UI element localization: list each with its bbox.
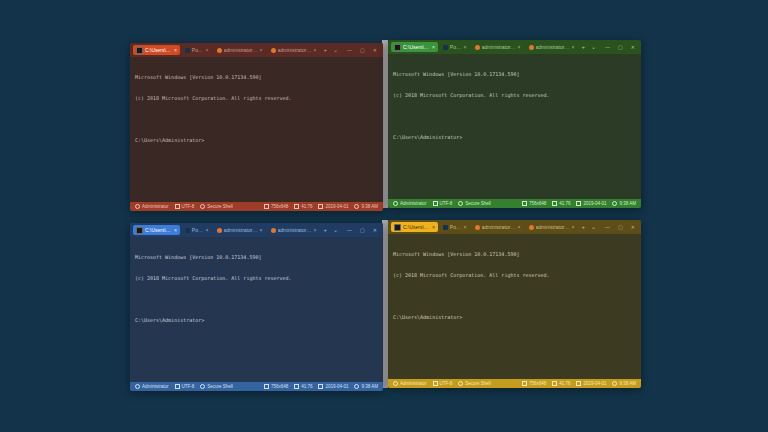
output-line: Microsoft Windows [Version 10.0.17134.59… [393, 251, 636, 258]
tab-command-prompt[interactable]: C:\Users\Administrator × [391, 222, 438, 232]
tab-ssh-2[interactable]: administrator@192.168.1.3 × [268, 225, 320, 235]
maximize-button[interactable]: ▢ [357, 223, 368, 237]
encoding-icon [175, 384, 180, 389]
tab-close-icon[interactable]: × [432, 222, 435, 232]
new-tab-button[interactable]: + [580, 40, 588, 54]
terminal-output[interactable]: Microsoft Windows [Version 10.0.17134.59… [388, 234, 641, 379]
tab-powershell[interactable]: PowerShell × [182, 225, 212, 235]
tab-close-icon[interactable]: × [206, 45, 209, 55]
tab-close-icon[interactable]: × [464, 222, 467, 232]
tab-label: administrator@192.168.1.3 [278, 225, 312, 235]
tab-dropdown-button[interactable]: ⌄ [589, 40, 598, 54]
status-label: Administrator [142, 204, 169, 209]
tab-close-icon[interactable]: × [260, 225, 263, 235]
new-tab-button[interactable]: + [322, 43, 330, 57]
output-line: (c) 2018 Microsoft Corporation. All righ… [135, 95, 378, 102]
cmd-icon [136, 227, 143, 234]
maximize-button[interactable]: ▢ [615, 40, 626, 54]
status-label: Secure Shell [207, 384, 233, 389]
status-label: 2019-04-01 [583, 201, 606, 206]
terminal-output[interactable]: Microsoft Windows [Version 10.0.17134.59… [130, 57, 383, 202]
tab-powershell[interactable]: PowerShell × [440, 42, 470, 52]
tab-ssh-2[interactable]: administrator@192.168.1.3 × [268, 45, 320, 55]
tab-close-icon[interactable]: × [314, 45, 317, 55]
close-button[interactable]: ✕ [628, 40, 638, 54]
tab-ssh-1[interactable]: administrator@192.168.1.2 × [472, 222, 524, 232]
minimize-button[interactable]: — [344, 43, 355, 57]
status-encoding: UTF-8 [175, 384, 195, 389]
tab-label: administrator@192.168.1.3 [536, 42, 570, 52]
tab-ssh-2[interactable]: administrator@192.168.1.3 × [526, 222, 578, 232]
status-label: 9:38 AM [361, 384, 378, 389]
status-label: Administrator [400, 381, 427, 386]
tab-close-icon[interactable]: × [260, 45, 263, 55]
tab-label: C:\Users\Administrator [145, 225, 172, 235]
close-button[interactable]: ✕ [370, 223, 380, 237]
status-date: 2019-04-01 [318, 384, 348, 389]
encoding-icon [433, 201, 438, 206]
new-tab-button[interactable]: + [322, 223, 330, 237]
tab-dropdown-button[interactable]: ⌄ [589, 220, 598, 234]
tab-label: administrator@192.168.1.3 [278, 45, 312, 55]
tab-close-icon[interactable]: × [518, 222, 521, 232]
terminal-output[interactable]: Microsoft Windows [Version 10.0.17134.59… [388, 54, 641, 199]
new-tab-button[interactable]: + [580, 220, 588, 234]
tab-bar: C:\Users\Administrator × PowerShell × ad… [130, 223, 383, 237]
close-button[interactable]: ✕ [370, 43, 380, 57]
status-cursor: 41:76 [294, 204, 312, 209]
tab-ssh-1[interactable]: administrator@192.168.1.2 × [472, 42, 524, 52]
tab-powershell[interactable]: PowerShell × [182, 45, 212, 55]
tab-close-icon[interactable]: × [206, 225, 209, 235]
calendar-icon [576, 201, 581, 206]
status-label: 2019-04-01 [583, 381, 606, 386]
status-label: 756x648 [271, 204, 288, 209]
tab-ssh-2[interactable]: administrator@192.168.1.3 × [526, 42, 578, 52]
tab-command-prompt[interactable]: C:\Users\Administrator × [133, 45, 180, 55]
close-button[interactable]: ✕ [628, 220, 638, 234]
maximize-button[interactable]: ▢ [357, 43, 368, 57]
tab-command-prompt[interactable]: C:\Users\Administrator × [391, 42, 438, 52]
cursor-icon [552, 381, 557, 386]
output-line: Microsoft Windows [Version 10.0.17134.59… [135, 74, 378, 81]
tab-bar: C:\Users\Administrator × PowerShell × ad… [130, 43, 383, 57]
tab-label: PowerShell [192, 225, 204, 235]
terminal-output[interactable]: Microsoft Windows [Version 10.0.17134.59… [130, 237, 383, 382]
minimize-button[interactable]: — [344, 223, 355, 237]
status-time: 9:38 AM [612, 201, 636, 206]
encoding-icon [175, 204, 180, 209]
cmd-icon [394, 44, 401, 51]
status-size: 756x648 [264, 384, 288, 389]
tab-close-icon[interactable]: × [174, 45, 177, 55]
tab-close-icon[interactable]: × [174, 225, 177, 235]
tab-close-icon[interactable]: × [432, 42, 435, 52]
user-icon [135, 204, 140, 209]
tab-command-prompt[interactable]: C:\Users\Administrator × [133, 225, 180, 235]
tab-close-icon[interactable]: × [572, 222, 575, 232]
tab-close-icon[interactable]: × [464, 42, 467, 52]
encoding-icon [433, 381, 438, 386]
status-size: 756x648 [522, 201, 546, 206]
tab-powershell[interactable]: PowerShell × [440, 222, 470, 232]
tab-close-icon[interactable]: × [314, 225, 317, 235]
prompt-line: C:\Users\Administrator> [393, 134, 636, 141]
status-encoding: UTF-8 [433, 381, 453, 386]
cmd-icon [136, 47, 143, 54]
tab-ssh-1[interactable]: administrator@192.168.1.2 × [214, 45, 266, 55]
tab-dropdown-button[interactable]: ⌄ [331, 223, 340, 237]
status-bar: Administrator UTF-8 Secure Shell 756x648… [130, 382, 383, 391]
status-date: 2019-04-01 [576, 201, 606, 206]
tab-dropdown-button[interactable]: ⌄ [331, 43, 340, 57]
maximize-button[interactable]: ▢ [615, 220, 626, 234]
clock-icon [354, 384, 359, 389]
status-label: 2019-04-01 [325, 384, 348, 389]
terminal-window: C:\Users\Administrator × PowerShell × ad… [130, 43, 383, 211]
tab-ssh-1[interactable]: administrator@192.168.1.2 × [214, 225, 266, 235]
status-shell: Secure Shell [458, 201, 491, 206]
cmd-icon [394, 224, 401, 231]
status-label: 41:76 [559, 381, 570, 386]
tab-close-icon[interactable]: × [518, 42, 521, 52]
minimize-button[interactable]: — [602, 40, 613, 54]
minimize-button[interactable]: — [602, 220, 613, 234]
tab-close-icon[interactable]: × [572, 42, 575, 52]
status-user: Administrator [393, 381, 427, 386]
